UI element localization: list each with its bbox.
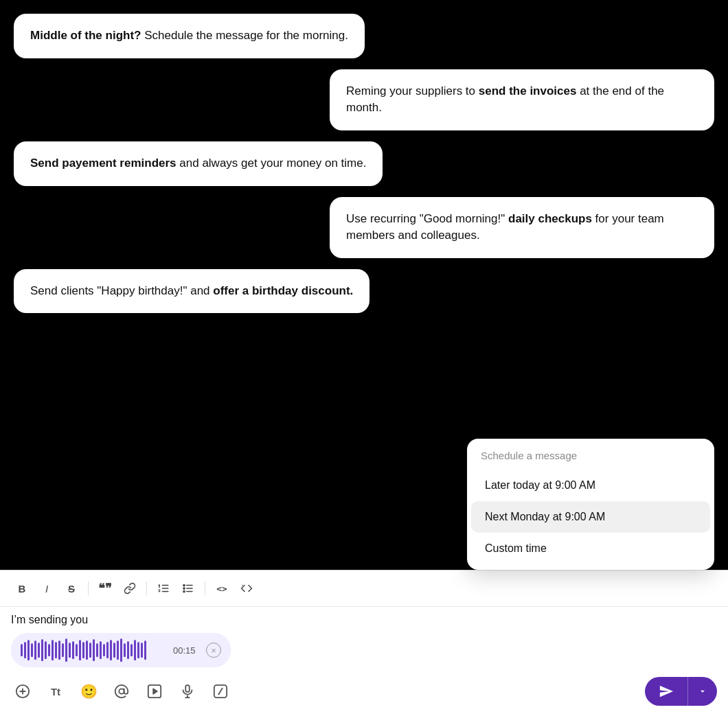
waveform-bar [106, 642, 109, 658]
waveform-bar [93, 639, 95, 661]
waveform-bar [110, 640, 112, 660]
waveform-bar [124, 643, 126, 657]
waveform-bar [82, 642, 84, 658]
bubble-2-text: Reming your suppliers to send the invoic… [346, 84, 664, 115]
svg-point-9 [183, 588, 185, 589]
waveform-bar [96, 643, 98, 657]
schedule-item-custom-time-label: Custom time [485, 542, 547, 555]
mic-button[interactable] [176, 680, 199, 703]
bubble-1-text: Middle of the night? Schedule the messag… [30, 29, 348, 42]
waveform-bar [117, 641, 119, 660]
waveform-bar [127, 641, 129, 659]
waveform-bar [52, 640, 54, 660]
inline-code-button[interactable]: <> [211, 577, 233, 599]
chat-bubble-3: Send payement reminders and always get y… [14, 141, 383, 186]
bubble-5-text: Send clients "Happy birthday!" and offer… [30, 284, 353, 297]
waveform [21, 638, 166, 662]
add-button[interactable] [11, 680, 34, 703]
footer-icon-group: Tt 🙂 [11, 680, 232, 703]
slash-button[interactable] [209, 680, 232, 703]
waveform-bar [86, 641, 88, 660]
waveform-bar [144, 641, 146, 660]
waveform-bar [65, 638, 67, 662]
send-dropdown-button[interactable] [687, 677, 717, 706]
schedule-item-custom-time[interactable]: Custom time [471, 533, 710, 564]
waveform-bar [45, 641, 47, 659]
media-button[interactable] [143, 680, 166, 703]
waveform-bar [89, 643, 91, 658]
voice-message-bar: 00:15 × [11, 633, 231, 667]
schedule-item-next-monday-label: Next Monday at 9:00 AM [485, 511, 605, 523]
waveform-bar [27, 640, 30, 660]
svg-rect-18 [185, 685, 190, 692]
schedule-popup: Schedule a message Later today at 9:00 A… [467, 439, 714, 570]
bubble-4-text: Use recurring "Good morning!" daily chec… [346, 212, 664, 242]
waveform-bar [113, 643, 115, 658]
schedule-popup-title: Schedule a message [467, 450, 714, 470]
waveform-bar [48, 644, 50, 656]
waveform-bar [141, 643, 143, 658]
waveform-bar [58, 641, 60, 660]
waveform-bar [55, 642, 57, 658]
formatting-toolbar: B I S ❝❞ <> [0, 571, 728, 607]
composer-footer: Tt 🙂 [0, 673, 728, 714]
svg-marker-17 [153, 689, 157, 693]
waveform-bar [130, 644, 133, 656]
composer-body[interactable]: I’m sending you [0, 607, 728, 673]
svg-line-22 [218, 688, 223, 694]
waveform-bar [137, 642, 139, 658]
toolbar-divider-3 [205, 581, 205, 595]
chevron-down-icon [698, 687, 707, 696]
link-button[interactable] [119, 577, 141, 599]
waveform-bar [24, 642, 26, 658]
waveform-bar [76, 644, 78, 656]
waveform-bar [41, 639, 43, 661]
waveform-bar [100, 641, 102, 659]
toolbar-divider-1 [88, 581, 89, 595]
waveform-bar [69, 643, 71, 658]
svg-point-15 [119, 689, 124, 693]
send-icon [659, 684, 674, 699]
bold-button[interactable]: B [11, 577, 33, 599]
waveform-bar [62, 643, 64, 657]
waveform-bar [79, 640, 81, 660]
waveform-bar [38, 643, 40, 658]
text-size-button[interactable]: Tt [44, 680, 67, 703]
chat-bubble-5: Send clients "Happy birthday!" and offer… [14, 269, 369, 314]
waveform-bar [34, 641, 36, 660]
waveform-bar [31, 643, 33, 657]
send-button[interactable] [645, 677, 687, 706]
toolbar-divider-2 [146, 581, 147, 595]
waveform-bar [103, 644, 105, 656]
schedule-item-later-today-label: Later today at 9:00 AM [485, 479, 595, 492]
mention-button[interactable] [110, 680, 133, 703]
schedule-item-later-today[interactable]: Later today at 9:00 AM [471, 470, 710, 501]
chat-bubble-1: Middle of the night? Schedule the messag… [14, 14, 365, 58]
chat-bubble-4: Use recurring "Good morning!" daily chec… [330, 197, 714, 258]
unordered-list-button[interactable] [177, 577, 199, 599]
composer-input-text[interactable]: I’m sending you [11, 614, 717, 626]
strikethrough-button[interactable]: S [60, 577, 82, 599]
voice-duration: 00:15 [173, 645, 199, 656]
code-block-button[interactable] [236, 577, 258, 599]
svg-point-10 [183, 590, 185, 592]
waveform-bar [120, 638, 122, 662]
schedule-item-next-monday[interactable]: Next Monday at 9:00 AM [471, 501, 710, 533]
send-button-group [645, 677, 717, 706]
composer: B I S ❝❞ <> I’m sending you [0, 570, 728, 714]
waveform-bar [134, 640, 136, 660]
bubble-3-text: Send payement reminders and always get y… [30, 157, 366, 170]
waveform-bar [21, 644, 23, 656]
chat-bubble-2: Reming your suppliers to send the invoic… [330, 69, 714, 130]
waveform-bar [72, 641, 74, 659]
svg-point-8 [183, 584, 185, 586]
italic-button[interactable]: I [36, 577, 58, 599]
emoji-button[interactable]: 🙂 [77, 680, 100, 703]
ordered-list-button[interactable] [152, 577, 174, 599]
quote-button[interactable]: ❝❞ [94, 577, 116, 599]
voice-close-button[interactable]: × [206, 643, 221, 658]
